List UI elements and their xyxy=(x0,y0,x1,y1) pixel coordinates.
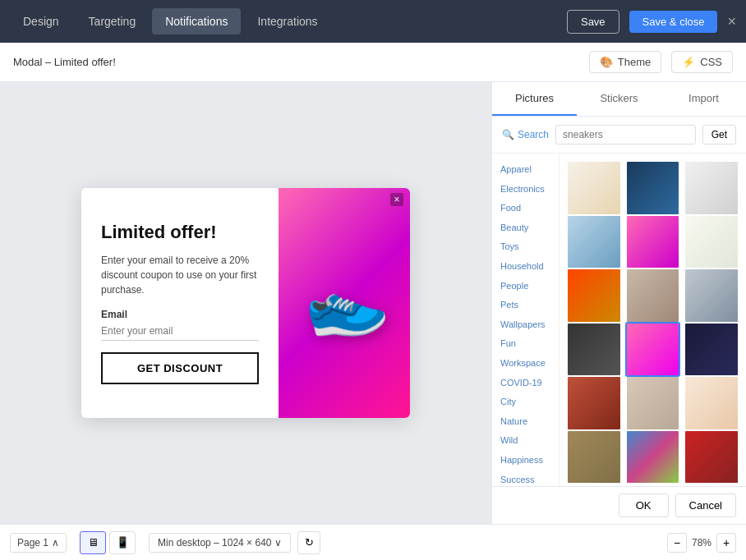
zoom-in-button[interactable]: + xyxy=(716,533,736,553)
nav-tab-targeting[interactable]: Targeting xyxy=(76,8,150,34)
image-cell[interactable] xyxy=(566,268,622,324)
image-cell[interactable] xyxy=(684,322,739,378)
image-cell[interactable] xyxy=(566,375,622,431)
get-button[interactable]: Get xyxy=(702,125,736,145)
category-item[interactable]: City xyxy=(495,392,555,412)
ok-button[interactable]: OK xyxy=(619,493,669,517)
image-cell[interactable] xyxy=(566,214,622,270)
nav-tab-design[interactable]: Design xyxy=(10,8,72,34)
close-button[interactable]: × xyxy=(727,13,736,30)
desktop-button[interactable]: 🖥 xyxy=(80,531,106,554)
resolution-label: Min desktop – 1024 × 640 xyxy=(158,537,271,549)
category-item[interactable]: Wild xyxy=(495,431,555,451)
category-item[interactable]: Electronics xyxy=(495,180,555,200)
page-label: Page 1 xyxy=(17,537,48,549)
image-grid xyxy=(560,154,746,486)
modal-right-image: × 👟 xyxy=(279,188,410,418)
chevron-up-icon: ∧ xyxy=(52,537,59,549)
modal-title-label: Modal – Limited offer! xyxy=(13,56,579,68)
category-item[interactable]: Fun xyxy=(495,334,555,354)
search-icon: 🔍 xyxy=(502,129,514,140)
theme-label: Theme xyxy=(618,56,651,68)
modal-description: Enter your email to receive a 20% discou… xyxy=(101,253,259,297)
search-row: 🔍 Search Get xyxy=(492,117,746,154)
categories-list: ApparelElectronicsFoodBeautyToysHousehol… xyxy=(492,154,560,486)
image-cell[interactable] xyxy=(684,214,739,270)
modal-cta-button[interactable]: GET DISCOUNT xyxy=(101,352,259,384)
right-panel: Pictures Stickers Import 🔍 Search Get Ap… xyxy=(491,82,746,524)
image-cell[interactable] xyxy=(684,268,739,324)
image-cell[interactable] xyxy=(625,429,681,485)
image-cell[interactable] xyxy=(625,214,681,270)
modal-email-label: Email xyxy=(101,309,259,320)
css-label: CSS xyxy=(700,56,722,68)
image-cell[interactable] xyxy=(684,375,739,431)
search-label: 🔍 Search xyxy=(502,129,549,140)
category-item[interactable]: COVID-19 xyxy=(495,374,555,393)
category-item[interactable]: People xyxy=(495,277,555,296)
zoom-controls: − 78% + xyxy=(667,533,736,553)
image-cell[interactable] xyxy=(566,160,622,216)
css-button[interactable]: ⚡ CSS xyxy=(671,51,733,73)
category-item[interactable]: Pets xyxy=(495,296,555,315)
theme-button[interactable]: 🎨 Theme xyxy=(589,51,661,73)
modal-offer-title: Limited offer! xyxy=(101,222,259,243)
zoom-out-button[interactable]: − xyxy=(667,533,687,553)
panel-tabs: Pictures Stickers Import xyxy=(492,82,746,117)
canvas-area[interactable]: Limited offer! Enter your email to recei… xyxy=(0,82,491,524)
save-close-button[interactable]: Save & close xyxy=(629,11,718,33)
main-area: Limited offer! Enter your email to recei… xyxy=(0,82,746,524)
image-cell[interactable] xyxy=(566,322,622,378)
tab-stickers[interactable]: Stickers xyxy=(577,82,661,116)
modal-email-input[interactable] xyxy=(101,325,259,341)
save-button[interactable]: Save xyxy=(567,10,619,34)
sneaker-image: 👟 xyxy=(295,255,394,351)
chevron-down-icon: ∨ xyxy=(274,537,282,549)
cancel-button[interactable]: Cancel xyxy=(675,493,736,517)
mobile-icon: 📱 xyxy=(116,536,130,549)
category-item[interactable]: Nature xyxy=(495,412,555,432)
desktop-icon: 🖥 xyxy=(88,536,99,549)
device-icons: 🖥 📱 xyxy=(80,531,136,554)
image-cell[interactable] xyxy=(625,268,681,324)
image-cell[interactable] xyxy=(625,375,681,431)
toolbar: Modal – Limited offer! 🎨 Theme ⚡ CSS xyxy=(0,43,746,82)
category-item[interactable]: Success xyxy=(495,470,555,487)
theme-icon: 🎨 xyxy=(600,56,613,68)
image-cell[interactable] xyxy=(625,322,681,378)
category-item[interactable]: Beauty xyxy=(495,218,555,238)
category-item[interactable]: Apparel xyxy=(495,160,555,180)
bottom-bar: Page 1 ∧ 🖥 📱 Min desktop – 1024 × 640 ∨ … xyxy=(0,524,746,560)
resolution-selector[interactable]: Min desktop – 1024 × 640 ∨ xyxy=(149,533,291,553)
rotate-button[interactable]: ↻ xyxy=(297,531,320,554)
page-indicator[interactable]: Page 1 ∧ xyxy=(10,533,67,553)
mobile-button[interactable]: 📱 xyxy=(109,531,136,554)
category-item[interactable]: Workspace xyxy=(495,354,555,374)
modal-card: Limited offer! Enter your email to recei… xyxy=(81,188,410,418)
panel-content: ApparelElectronicsFoodBeautyToysHousehol… xyxy=(492,154,746,486)
category-item[interactable]: Toys xyxy=(495,237,555,257)
category-item[interactable]: Household xyxy=(495,257,555,277)
image-cell[interactable] xyxy=(566,429,622,485)
top-nav: Design Targeting Notifications Integrati… xyxy=(0,0,746,43)
category-item[interactable]: Wallpapers xyxy=(495,315,555,335)
rotate-icon: ↻ xyxy=(305,536,314,549)
nav-tab-integrations[interactable]: Integrations xyxy=(244,8,330,34)
zoom-label: 78% xyxy=(692,537,711,549)
image-cell[interactable] xyxy=(684,429,739,485)
tab-import[interactable]: Import xyxy=(661,82,746,116)
image-cell[interactable] xyxy=(684,160,739,216)
tab-pictures[interactable]: Pictures xyxy=(492,82,577,116)
nav-tab-notifications[interactable]: Notifications xyxy=(152,8,241,34)
css-icon: ⚡ xyxy=(682,56,695,68)
search-input[interactable] xyxy=(555,125,696,145)
modal-close-icon[interactable]: × xyxy=(390,193,403,206)
category-item[interactable]: Happiness xyxy=(495,451,555,470)
image-cell[interactable] xyxy=(625,160,681,216)
modal-left: Limited offer! Enter your email to recei… xyxy=(81,188,279,418)
category-item[interactable]: Food xyxy=(495,199,555,218)
panel-footer: OK Cancel xyxy=(492,486,746,524)
